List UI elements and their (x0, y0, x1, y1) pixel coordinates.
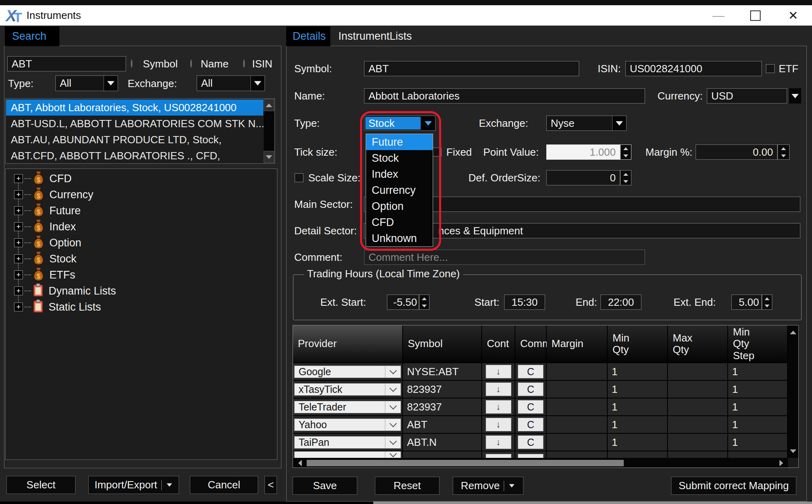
tree-item-static-lists[interactable]: + Static Lists (14, 299, 101, 315)
expand-icon[interactable]: + (14, 287, 23, 295)
collapse-button[interactable]: < (265, 476, 277, 494)
save-button[interactable]: Save (293, 477, 357, 495)
provider-select[interactable]: xTasyTick (294, 383, 401, 396)
exchange-filter-select[interactable]: All (197, 75, 265, 91)
currency-dropdown-button[interactable] (789, 88, 801, 104)
expand-icon[interactable]: + (14, 222, 23, 231)
min-qty-step-cell[interactable]: 1 (728, 363, 788, 380)
minimize-button[interactable]: — (706, 5, 731, 26)
isin-field[interactable]: US0028241000 (625, 61, 762, 76)
fixed-checkbox[interactable] (433, 148, 442, 156)
type-option-option[interactable]: Option (366, 198, 433, 214)
expand-icon[interactable]: + (14, 270, 23, 279)
min-qty-cell[interactable]: 1 (608, 363, 668, 380)
column-header-cont[interactable]: Cont (482, 325, 515, 362)
cont-button[interactable]: ↓ (486, 365, 511, 378)
cont-button[interactable]: ↓ (486, 382, 511, 396)
min-qty-cell[interactable]: 1 (608, 434, 668, 451)
column-header-max-qty[interactable]: Max Qty (668, 325, 728, 362)
com-button[interactable]: C (518, 400, 543, 414)
remove-button[interactable]: Remove (453, 477, 523, 495)
column-header-margin[interactable]: Margin (547, 325, 608, 362)
name-field[interactable]: Abbott Laboratories (364, 88, 645, 104)
tree-item-currency[interactable]: + $ Currency (14, 187, 94, 203)
result-row[interactable]: ABT-USD.L, ABBOTT LABORATORIES COM STK N… (6, 116, 263, 132)
type-option-stock[interactable]: Stock (366, 150, 433, 166)
min-qty-step-cell[interactable]: 1 (728, 398, 788, 415)
margin-cell[interactable] (547, 434, 608, 451)
max-qty-cell[interactable] (668, 363, 728, 380)
margin-cell[interactable] (547, 363, 608, 380)
maximize-button[interactable] (743, 5, 767, 26)
tree-item-dynamic-lists[interactable]: + Dynamic Lists (14, 283, 116, 299)
type-select[interactable]: Stock (364, 116, 436, 131)
margin-cell[interactable] (547, 416, 608, 433)
tree-item-cfd[interactable]: + $ CFD (14, 171, 72, 187)
select-button[interactable]: Select (6, 476, 75, 494)
min-qty-cell[interactable]: 1 (608, 416, 668, 433)
scroll-right-icon[interactable] (776, 458, 786, 468)
etf-checkbox[interactable] (766, 64, 775, 73)
def-ordersize-field[interactable]: 0 (546, 170, 620, 185)
radio-isin[interactable] (243, 59, 245, 68)
type-option-cfd[interactable]: CFD (366, 214, 433, 230)
point-value-field[interactable]: 1.000 (546, 144, 620, 160)
tree-item-etfs[interactable]: + $ ETFs (14, 267, 75, 283)
tree-item-index[interactable]: + $ Index (14, 219, 76, 235)
ext-start-spinner[interactable] (419, 295, 429, 310)
scroll-down-icon[interactable] (788, 446, 798, 456)
result-row[interactable]: ABT.CFD, ABBOTT LABORATORIES ., CFD, (6, 148, 263, 164)
currency-select[interactable]: USD (707, 88, 787, 104)
tab-instrumentlists[interactable]: InstrumentLists (334, 26, 416, 46)
close-button[interactable]: ✕ (780, 5, 806, 26)
search-tab[interactable]: Search (5, 26, 59, 46)
expand-icon[interactable]: + (14, 303, 23, 311)
cont-button[interactable]: ↓ (486, 418, 511, 431)
type-option-index[interactable]: Index (366, 166, 433, 182)
expand-icon[interactable]: + (14, 190, 23, 199)
symbol-field[interactable]: ABT (364, 61, 579, 76)
end-field[interactable]: 22:00 (600, 295, 641, 310)
ext-end-spinner[interactable] (762, 295, 772, 310)
reset-button[interactable]: Reset (375, 477, 440, 495)
hscroll-thumb[interactable] (307, 460, 624, 466)
radio-name[interactable] (190, 59, 192, 68)
expand-icon[interactable]: + (14, 206, 23, 215)
expand-icon[interactable]: + (14, 238, 23, 247)
min-qty-cell[interactable]: 1 (608, 381, 668, 398)
scroll-up-icon[interactable] (788, 327, 798, 337)
ext-start-field[interactable]: -5.50 (387, 295, 419, 310)
expand-icon[interactable]: + (14, 174, 23, 183)
scroll-up-icon[interactable] (264, 99, 274, 111)
margin-field[interactable]: 0.00 (696, 144, 777, 160)
max-qty-cell[interactable] (668, 381, 728, 398)
scroll-left-icon[interactable] (295, 458, 305, 468)
provider-select[interactable]: Yahoo (294, 419, 401, 431)
min-qty-step-cell[interactable]: 1 (728, 381, 788, 398)
column-header-provider[interactable]: Provider (293, 325, 403, 362)
tab-details[interactable]: Details (286, 26, 330, 46)
tree-item-stock[interactable]: + $ Stock (14, 251, 77, 267)
tree-item-option[interactable]: + $ Option (14, 235, 81, 251)
max-qty-cell[interactable] (668, 398, 728, 415)
cont-button[interactable]: ↓ (486, 435, 511, 449)
margin-spinner[interactable] (777, 144, 790, 160)
search-input[interactable]: ABT (7, 56, 126, 71)
max-qty-cell[interactable] (668, 416, 728, 433)
column-header-symbol[interactable]: Symbol (403, 325, 482, 362)
type-filter-select[interactable]: All (55, 75, 118, 91)
margin-cell[interactable] (547, 381, 608, 398)
type-option-unknown[interactable]: Unknown (366, 230, 433, 246)
expand-icon[interactable]: + (14, 254, 23, 263)
type-option-currency[interactable]: Currency (366, 182, 433, 198)
point-value-spinner[interactable] (620, 144, 631, 160)
column-header-min-qty[interactable]: Min Qty (608, 325, 668, 362)
comment-field[interactable]: Comment Here... (364, 250, 645, 265)
provider-select[interactable]: Google (294, 366, 401, 378)
scroll-down-icon[interactable] (264, 151, 274, 163)
column-header-min-qty-step[interactable]: Min Qty Step (728, 325, 788, 362)
min-qty-cell[interactable]: 1 (608, 398, 668, 415)
ext-end-field[interactable]: 5.00 (731, 295, 762, 310)
column-header-comm[interactable]: Comm (515, 325, 547, 362)
type-option-future[interactable]: Future (366, 134, 433, 150)
